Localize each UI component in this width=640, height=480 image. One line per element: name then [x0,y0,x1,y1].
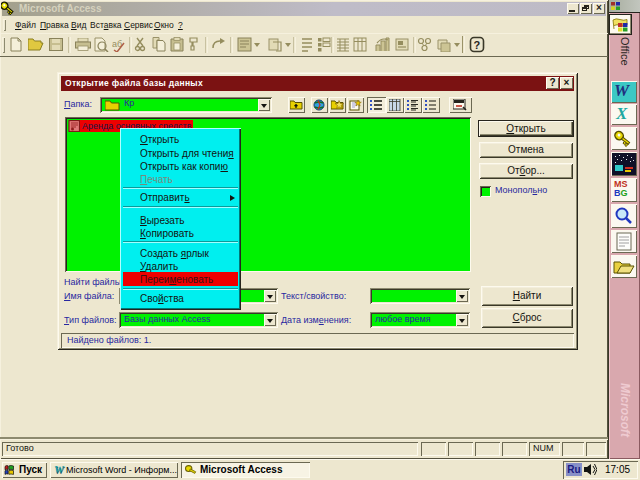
svg-text:?: ? [474,39,481,51]
